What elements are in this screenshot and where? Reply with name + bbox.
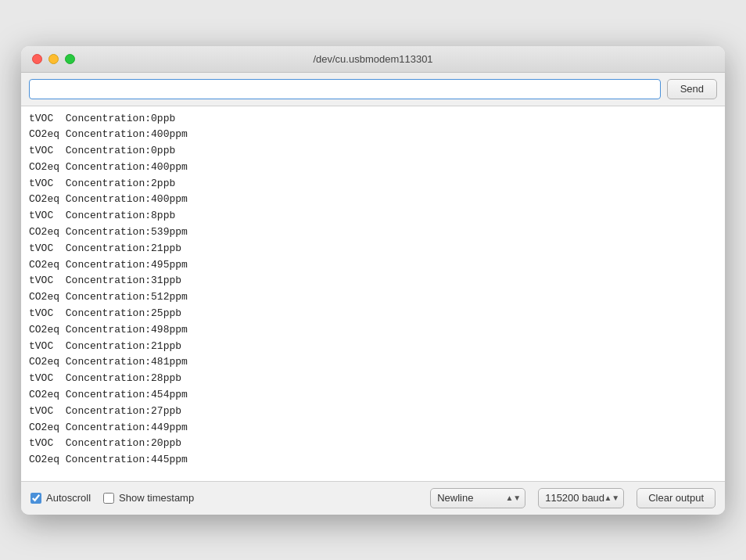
output-area[interactable]: tVOC Concentration:0ppbCO2eq Concentrati… — [21, 106, 725, 482]
output-line: tVOC Concentration:20ppb — [29, 436, 717, 452]
title-bar: /dev/cu.usbmodem113301 — [21, 46, 725, 73]
output-line: tVOC Concentration:28ppb — [29, 371, 717, 387]
output-line: CO2eq Concentration:449ppm — [29, 420, 717, 436]
app-window: /dev/cu.usbmodem113301 Send tVOC Concent… — [21, 46, 725, 515]
output-line: CO2eq Concentration:445ppm — [29, 452, 717, 468]
status-bar: Autoscroll Show timestamp NewlineNo line… — [21, 482, 725, 515]
output-line: tVOC Concentration:0ppb — [29, 111, 717, 127]
autoscroll-checkbox[interactable] — [30, 493, 41, 504]
output-line: CO2eq Concentration:539ppm — [29, 224, 717, 241]
minimize-button[interactable] — [48, 54, 59, 64]
toolbar: Send — [21, 73, 725, 106]
output-line: CO2eq Concentration:481ppm — [29, 354, 717, 371]
send-button[interactable]: Send — [667, 79, 717, 99]
output-line: CO2eq Concentration:454ppm — [29, 387, 717, 404]
output-line: CO2eq Concentration:400ppm — [29, 160, 717, 176]
output-line: tVOC Concentration:0ppb — [29, 143, 717, 160]
maximize-button[interactable] — [65, 54, 75, 64]
close-button[interactable] — [32, 54, 42, 64]
output-line: CO2eq Concentration:498ppm — [29, 322, 717, 339]
command-input[interactable] — [29, 79, 661, 99]
output-line: tVOC Concentration:27ppb — [29, 404, 717, 420]
output-line: CO2eq Concentration:400ppm — [29, 127, 717, 143]
baud-wrapper: 300 baud1200 baud2400 baud4800 baud9600 … — [538, 488, 624, 508]
newline-select[interactable]: NewlineNo line endingCarriage returnBoth… — [430, 488, 525, 508]
timestamp-checkbox[interactable] — [103, 493, 114, 504]
window-title: /dev/cu.usbmodem113301 — [313, 53, 432, 65]
newline-wrapper: NewlineNo line endingCarriage returnBoth… — [430, 488, 525, 508]
output-line: tVOC Concentration:21ppb — [29, 339, 717, 355]
output-line: tVOC Concentration:31ppb — [29, 273, 717, 289]
output-line: tVOC Concentration:25ppb — [29, 306, 717, 322]
timestamp-label[interactable]: Show timestamp — [119, 492, 194, 504]
output-line: CO2eq Concentration:495ppm — [29, 257, 717, 274]
autoscroll-label[interactable]: Autoscroll — [46, 492, 91, 504]
output-line: tVOC Concentration:2ppb — [29, 176, 717, 192]
clear-output-button[interactable]: Clear output — [637, 488, 716, 508]
output-line: CO2eq Concentration:400ppm — [29, 192, 717, 208]
timestamp-group: Show timestamp — [103, 492, 194, 504]
baud-select[interactable]: 300 baud1200 baud2400 baud4800 baud9600 … — [538, 488, 624, 508]
output-line: tVOC Concentration:8ppb — [29, 208, 717, 224]
output-line: tVOC Concentration:21ppb — [29, 241, 717, 257]
autoscroll-group: Autoscroll — [30, 492, 91, 504]
output-line: CO2eq Concentration:512ppm — [29, 289, 717, 306]
